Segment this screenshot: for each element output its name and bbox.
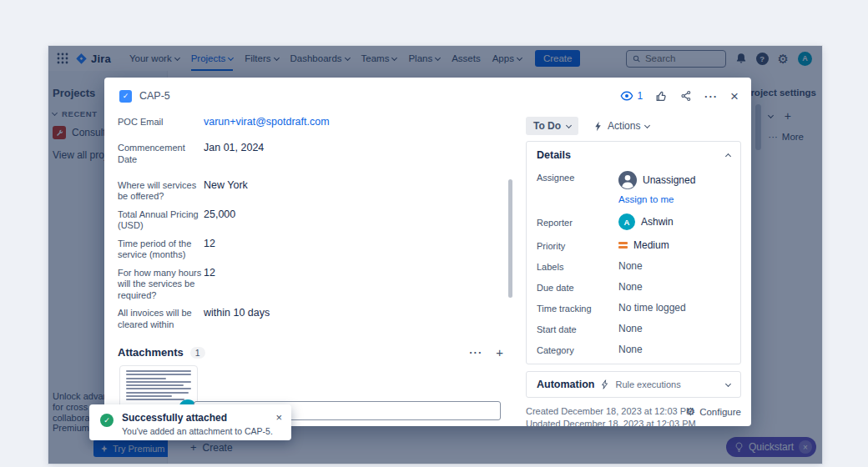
- priority-medium-icon: [618, 240, 628, 251]
- assign-to-me-link[interactable]: Assign to me: [618, 194, 695, 204]
- attachments-count-badge: 1: [190, 347, 205, 359]
- issue-header-actions: 1 ··· ×: [620, 89, 739, 103]
- details-title: Details: [537, 149, 571, 161]
- field-label: For how many hours will the services be …: [118, 267, 204, 302]
- priority-value[interactable]: Medium: [618, 239, 669, 251]
- detail-row-category: Category None: [537, 344, 730, 355]
- modal-scrollbar-thumb[interactable]: [508, 179, 512, 298]
- chevron-down-icon: [725, 380, 731, 386]
- field-label: Commencement Date: [118, 142, 204, 165]
- detail-label: Assignee: [537, 171, 618, 183]
- detail-value[interactable]: None: [618, 344, 643, 355]
- detail-row-time-tracking: Time tracking No time logged: [537, 302, 730, 314]
- close-modal-icon[interactable]: ×: [730, 89, 739, 103]
- attachments-more-icon[interactable]: ···: [469, 346, 482, 359]
- share-icon[interactable]: [680, 90, 692, 102]
- issue-detail-modal: ✓ CAP-5 1 ···: [104, 78, 751, 426]
- field-label: POC Email: [118, 116, 204, 128]
- field-row-time-period: Time period of the service (months) 12: [118, 238, 503, 261]
- chevron-down-icon: [644, 122, 650, 128]
- toast-close-icon[interactable]: ×: [275, 411, 282, 424]
- field-label: Where will services be offered?: [118, 179, 204, 203]
- updated-timestamp: Updated December 18, 2023 at 12:03 PM: [526, 418, 741, 430]
- details-panel-body: Assignee Unassigned Assign to me: [527, 168, 740, 364]
- issue-fields: POC Email varun+virat@spotdraft.com Comm…: [118, 116, 503, 430]
- field-label: All invoices will be cleared within: [118, 307, 204, 330]
- details-panel: Details Assignee Unassigned: [526, 141, 741, 364]
- configure-button[interactable]: ⚙ Configure: [685, 406, 741, 417]
- detail-row-due-date: Due date None: [537, 281, 730, 293]
- attachments-title: Attachments: [118, 346, 184, 359]
- watch-eye-icon: [620, 89, 633, 103]
- field-label: Total Annual Pricing (USD): [118, 208, 204, 232]
- attachments-header: Attachments 1 ··· +: [118, 345, 503, 359]
- priority-name: Medium: [633, 239, 669, 251]
- detail-label: Priority: [537, 239, 618, 251]
- automation-panel[interactable]: Automation Rule executions: [526, 371, 741, 398]
- assignee-value[interactable]: Unassigned: [618, 171, 695, 189]
- status-dropdown[interactable]: To Do: [526, 117, 578, 135]
- field-row-commencement-date: Commencement Date Jan 01, 2024: [118, 142, 503, 165]
- field-row-invoices-cleared: All invoices will be cleared within with…: [118, 307, 503, 330]
- field-row-poc-email: POC Email varun+virat@spotdraft.com: [118, 116, 503, 128]
- field-value[interactable]: within 10 days: [204, 307, 270, 330]
- field-value[interactable]: 12: [204, 267, 215, 302]
- field-value[interactable]: 12: [204, 238, 215, 261]
- detail-row-reporter: Reporter A Ashwin: [537, 213, 730, 230]
- detail-value[interactable]: None: [618, 323, 643, 334]
- field-row-annual-pricing: Total Annual Pricing (USD) 25,000: [118, 208, 503, 232]
- detail-row-assignee: Assignee Unassigned Assign to me: [537, 171, 730, 204]
- detail-label: Category: [537, 344, 618, 355]
- detail-label: Start date: [537, 323, 618, 334]
- configure-label: Configure: [699, 407, 741, 417]
- gear-icon: ⚙: [685, 406, 695, 417]
- detail-row-start-date: Start date None: [537, 323, 730, 334]
- detail-label: Time tracking: [537, 302, 618, 314]
- field-label: Time period of the service (months): [118, 238, 204, 261]
- detail-label: Due date: [537, 281, 618, 293]
- automation-bolt-icon: [601, 379, 608, 389]
- reporter-avatar: A: [618, 213, 635, 230]
- attachments-actions: ··· +: [469, 345, 503, 359]
- watch-count: 1: [637, 90, 643, 102]
- issue-more-actions-icon[interactable]: ···: [704, 90, 718, 103]
- success-check-icon: ✓: [100, 414, 114, 427]
- success-toast: ✓ Successfully attached × You've added a…: [89, 404, 291, 440]
- reporter-name: Ashwin: [641, 216, 674, 228]
- task-type-icon: ✓: [119, 90, 132, 103]
- issue-meta-footer: Created December 18, 2023 at 12:03 PM Up…: [526, 405, 741, 430]
- actions-dropdown[interactable]: Actions: [593, 120, 649, 132]
- field-row-services-location: Where will services be offered? New York: [118, 179, 503, 203]
- detail-value[interactable]: No time logged: [618, 302, 686, 314]
- reporter-value[interactable]: A Ashwin: [618, 213, 674, 230]
- detail-label: Labels: [537, 260, 618, 272]
- status-label: To Do: [533, 120, 561, 132]
- field-value[interactable]: 25,000: [204, 208, 235, 232]
- field-value[interactable]: Jan 01, 2024: [204, 142, 264, 165]
- issue-modal-header: ✓ CAP-5 1 ···: [104, 78, 751, 114]
- toast-message: You've added an attachment to CAP-5.: [122, 426, 273, 436]
- detail-label: Reporter: [537, 216, 618, 228]
- detail-value[interactable]: None: [618, 281, 643, 293]
- details-panel-header[interactable]: Details: [527, 142, 740, 168]
- add-attachment-icon[interactable]: +: [496, 345, 503, 359]
- detail-row-priority: Priority Medium: [537, 239, 730, 251]
- issue-key-breadcrumb[interactable]: CAP-5: [139, 90, 170, 102]
- issue-side-panel: To Do Actions Details Assignee: [526, 117, 741, 430]
- field-value-email-link[interactable]: varun+virat@spotdraft.com: [204, 116, 330, 128]
- watch-button[interactable]: 1: [620, 89, 643, 103]
- like-thumbs-up-icon[interactable]: [655, 90, 668, 103]
- automation-title: Automation: [537, 379, 594, 390]
- assignee-name: Unassigned: [643, 174, 695, 186]
- chevron-up-icon: [725, 153, 731, 159]
- detail-row-labels: Labels None: [537, 260, 730, 272]
- field-row-hours-required: For how many hours will the services be …: [118, 267, 503, 302]
- chevron-down-icon: [566, 122, 572, 128]
- detail-value[interactable]: None: [618, 260, 643, 272]
- toast-title: Successfully attached: [122, 412, 227, 424]
- lightning-bolt-icon: [593, 121, 603, 132]
- status-actions-row: To Do Actions: [526, 117, 741, 135]
- field-value[interactable]: New York: [204, 179, 248, 203]
- automation-subtitle: Rule executions: [615, 379, 680, 389]
- unassigned-person-icon: [618, 171, 637, 189]
